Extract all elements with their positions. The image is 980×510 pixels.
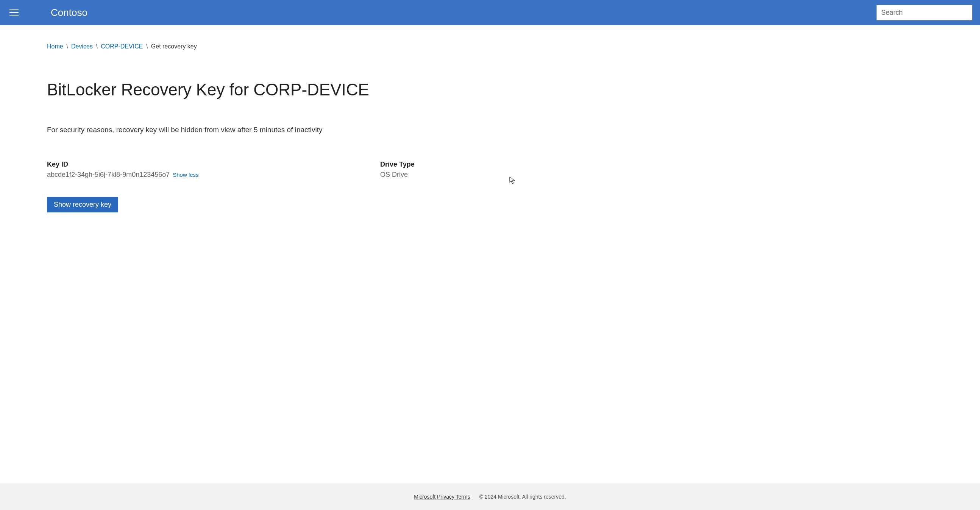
privacy-link[interactable]: Microsoft Privacy Terms xyxy=(414,494,470,500)
breadcrumb-device-name[interactable]: CORP-DEVICE xyxy=(101,43,143,49)
key-id-value-row: abcde1f2-34gh-5i6j-7kl8-9m0n123456o7 Sho… xyxy=(47,171,335,179)
drive-type-value-row: OS Drive xyxy=(380,171,415,179)
header-left: Contoso xyxy=(8,7,88,19)
details-section: Key ID abcde1f2-34gh-5i6j-7kl8-9m0n12345… xyxy=(47,160,933,179)
key-id-field: Key ID abcde1f2-34gh-5i6j-7kl8-9m0n12345… xyxy=(47,160,335,179)
breadcrumb: Home \ Devices \ CORP-DEVICE \ Get recov… xyxy=(47,43,933,50)
search-box[interactable] xyxy=(876,5,972,21)
hamburger-menu-icon[interactable] xyxy=(8,8,21,17)
show-less-link[interactable]: Show less xyxy=(173,172,199,178)
breadcrumb-home[interactable]: Home xyxy=(47,43,63,49)
drive-type-value: OS Drive xyxy=(380,171,408,179)
copyright-text: © 2024 Microsoft. All rights reserved. xyxy=(479,494,566,500)
main-content: Home \ Devices \ CORP-DEVICE \ Get recov… xyxy=(0,25,980,483)
drive-type-field: Drive Type OS Drive xyxy=(380,160,415,179)
brand-name[interactable]: Contoso xyxy=(51,7,88,19)
page-title: BitLocker Recovery Key for CORP-DEVICE xyxy=(47,80,933,99)
breadcrumb-separator: \ xyxy=(96,43,97,49)
breadcrumb-separator: \ xyxy=(66,43,68,49)
search-input[interactable] xyxy=(881,9,969,17)
breadcrumb-separator: \ xyxy=(146,43,148,49)
drive-type-label: Drive Type xyxy=(380,160,415,168)
footer: Microsoft Privacy Terms © 2024 Microsoft… xyxy=(0,483,980,510)
breadcrumb-current: Get recovery key xyxy=(151,43,197,49)
breadcrumb-devices[interactable]: Devices xyxy=(71,43,93,49)
security-info-text: For security reasons, recovery key will … xyxy=(47,126,933,134)
show-recovery-key-button[interactable]: Show recovery key xyxy=(47,197,118,213)
key-id-label: Key ID xyxy=(47,160,335,168)
top-header: Contoso xyxy=(0,0,980,25)
key-id-value: abcde1f2-34gh-5i6j-7kl8-9m0n123456o7 xyxy=(47,171,170,179)
